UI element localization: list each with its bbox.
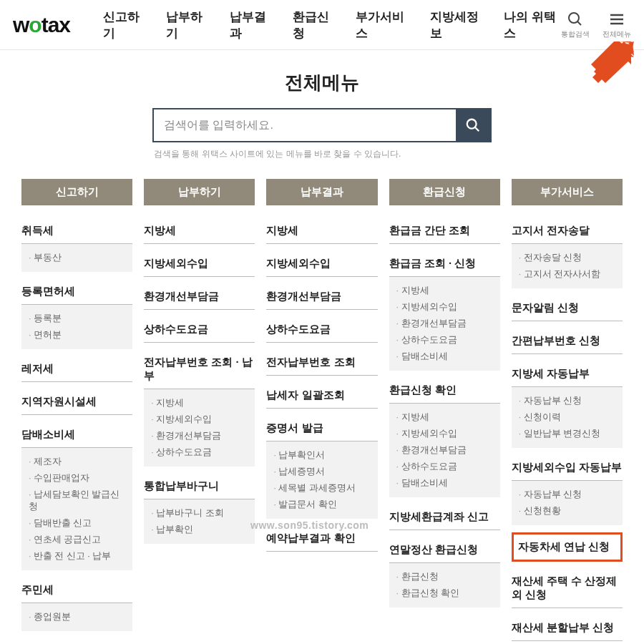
section-title[interactable]: 환급금 조회 · 신청 [389,251,500,277]
section-title[interactable]: 간편납부번호 신청 [512,328,623,354]
list-item[interactable]: 연초세 공급신고 [29,532,125,548]
list-item[interactable]: 환경개선부담금 [396,442,493,459]
svg-point-0 [569,13,579,23]
section-title[interactable]: 지방세 자동납부 [512,361,623,387]
list-item[interactable]: 담배반출 신고 [29,515,125,532]
section-title[interactable]: 전자납부번호 조회 [266,350,377,376]
list-item[interactable]: 고지서 전자사서함 [519,266,615,283]
list-item[interactable]: 수입판매업자 [29,470,125,487]
section-title[interactable]: 문자알림 신청 [512,296,623,321]
section-title[interactable]: 지방세외수입 [266,251,377,277]
section-title[interactable]: 레저세 [21,356,132,382]
section-title[interactable]: 증명서 발급 [266,416,377,441]
list-item[interactable]: 납부확인 [151,522,248,538]
search-button[interactable] [456,109,490,141]
list-item[interactable]: 환급신청 확인 [396,585,493,602]
section-title[interactable]: 지방세 [266,218,377,244]
list-item[interactable]: 자동납부 신청 [519,393,615,409]
list-item[interactable]: 지방세 [396,409,493,426]
list-item[interactable]: 등록분 [29,311,125,327]
section-title[interactable]: 재산세 분할납부 신청 [512,615,623,641]
list-item[interactable]: 납부확인서 [273,447,370,464]
list-item[interactable]: 납세증명서 [273,464,370,480]
list-item[interactable]: 상하수도요금 [396,332,493,348]
list-item[interactable]: 면허분 [29,327,125,343]
section-title[interactable]: 환경개선부담금 [144,284,255,310]
list-item[interactable]: 반출 전 신고 · 납부 [29,548,125,565]
section-title[interactable]: 환급금 간단 조회 [389,218,500,244]
list-item[interactable]: 상하수도요금 [396,459,493,475]
nav-item[interactable]: 지방세정보 [430,9,484,42]
nav-item[interactable]: 나의 위택스 [504,9,561,42]
list-item[interactable]: 신청현황 [519,503,615,519]
section-title[interactable]: 납세자 일괄조회 [266,383,377,409]
list-item[interactable]: 환급신청 [396,569,493,585]
section-title[interactable]: 자동차세 연납 신청 [512,532,623,562]
section-title[interactable]: 상하수도요금 [144,317,255,343]
column-header[interactable]: 부가서비스 [512,179,623,205]
section-title[interactable]: 고지서 전자송달 [512,218,623,244]
section-title[interactable]: 통합납부바구니 [144,474,255,499]
list-item[interactable]: 지방세 [396,283,493,299]
nav-item[interactable]: 납부결과 [230,9,273,42]
nav-item[interactable]: 환급신청 [293,9,336,42]
logo[interactable]: wotax [13,13,70,37]
list-item[interactable]: 신청이력 [519,409,615,426]
section-title[interactable]: 주민세 [21,577,132,603]
all-menu-button[interactable]: 전체메뉴 [602,11,631,39]
list-item[interactable]: 제조자 [29,454,125,470]
list-item[interactable]: 납부바구니 조회 [151,505,248,522]
list-item[interactable]: 발급문서 확인 [273,497,370,513]
search-icon-button[interactable]: 통합검색 [561,11,590,39]
list-item[interactable]: 지방세 [151,395,248,411]
section-title[interactable]: 지방세 [144,218,255,244]
list-item[interactable]: 자동납부 신청 [519,487,615,503]
section-title[interactable]: 상하수도요금 [266,317,377,343]
search-icon-label: 통합검색 [561,29,590,39]
section-title[interactable]: 지방세환급계좌 신고 [389,504,500,530]
section-title[interactable]: 담배소비세 [21,422,132,448]
nav-item[interactable]: 신고하기 [103,9,146,42]
column-header[interactable]: 납부결과 [266,179,377,205]
list-item[interactable]: 환경개선부담금 [396,316,493,332]
column-header[interactable]: 환급신청 [389,179,500,205]
column-header[interactable]: 신고하기 [21,179,132,205]
section-title[interactable]: 환경개선부담금 [266,284,377,310]
nav-item[interactable]: 납부하기 [166,9,209,42]
list-item[interactable]: 일반납부 변경신청 [519,426,615,442]
list-item[interactable]: 종업원분 [29,609,125,625]
menu-column: 부가서비스고지서 전자송달전자송달 신청고지서 전자사서함문자알림 신청간편납부… [512,179,623,644]
column-header[interactable]: 납부하기 [144,179,255,205]
section-title[interactable]: 등록면허세 [21,279,132,305]
search-box [152,108,492,142]
section-title[interactable]: 전자납부번호 조회 · 납부 [144,350,255,389]
list-item[interactable]: 지방세외수입 [151,411,248,428]
list-item[interactable]: 담배소비세 [396,348,493,365]
list-item[interactable]: 상하수도요금 [151,444,248,461]
section-title[interactable]: 예약납부결과 확인 [266,526,377,552]
sub-list: 납부확인서납세증명서세목별 과세증명서발급문서 확인 [266,441,377,519]
section-title[interactable]: 재산세 주택 수 산정제외 신청 [512,569,623,608]
section-title[interactable]: 연말정산 환급신청 [389,537,500,563]
section-title[interactable]: 환급신청 확인 [389,378,500,404]
section-title[interactable]: 지역자원시설세 [21,389,132,415]
sub-list: 지방세지방세외수입환경개선부담금상하수도요금담배소비세 [389,404,500,497]
list-item[interactable]: 전자송달 신청 [519,250,615,266]
list-item[interactable]: 부동산 [29,250,125,266]
list-item[interactable]: 담배소비세 [396,475,493,492]
sub-list: 전자송달 신청고지서 전자사서함 [512,244,623,288]
sub-list: 부동산 [21,244,132,272]
section-title[interactable]: 지방세외수입 자동납부 [512,455,623,481]
list-item[interactable]: 지방세외수입 [396,426,493,442]
list-item[interactable]: 세목별 과세증명서 [273,480,370,497]
search-icon [465,117,481,133]
list-item[interactable]: 납세담보확인 발급신청 [29,487,125,515]
section-title[interactable]: 지방세외수입 [144,251,255,277]
section-title[interactable]: 취득세 [21,218,132,244]
search-input[interactable] [154,109,456,141]
menu-column: 환급신청환급금 간단 조회환급금 조회 · 신청지방세지방세외수입환경개선부담금… [389,179,500,644]
nav-item[interactable]: 부가서비스 [356,9,409,42]
list-item[interactable]: 지방세외수입 [396,299,493,316]
list-item[interactable]: 환경개선부담금 [151,428,248,444]
search-hint: 검색을 통해 위택스 사이트에 있는 메뉴를 바로 찾을 수 있습니다. [152,148,492,160]
